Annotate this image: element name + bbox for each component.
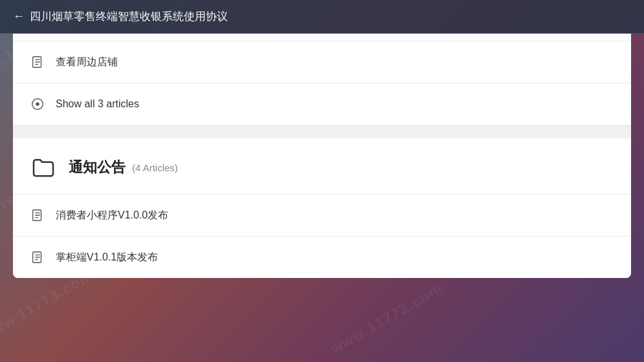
show-all-articles-item[interactable]: Show all 3 articles (13, 83, 631, 125)
section-title-notices: 通知公告 (69, 158, 126, 177)
back-icon[interactable]: ← (13, 10, 25, 23)
header: ← 四川烟草零售终端智慧收银系统使用协议 (0, 0, 644, 34)
document-icon-article-1 (28, 206, 47, 224)
article-2-label: 掌柜端V1.0.1版本发布 (56, 251, 158, 264)
main-content: 查看周边店铺 Show all 3 articles 通知公告 (4 Artic… (13, 34, 631, 278)
header-title: 四川烟草零售终端智慧收银系统使用协议 (30, 9, 228, 24)
nearby-stores-label: 查看周边店铺 (56, 56, 118, 69)
circle-arrow-icon (28, 95, 47, 113)
article-2-item[interactable]: 掌柜端V1.0.1版本发布 (13, 237, 631, 278)
nearby-stores-item[interactable]: 查看周边店铺 (13, 41, 631, 83)
svg-point-5 (36, 102, 39, 106)
section-divider (13, 125, 631, 138)
document-icon-nearby (28, 53, 47, 71)
article-1-item[interactable]: 消费者小程序V1.0.0发布 (13, 195, 631, 237)
document-icon-article-2 (28, 248, 47, 266)
section-header-notices: 通知公告 (4 Articles) (13, 138, 631, 195)
folder-icon (28, 153, 58, 182)
section-count-notices: (4 Articles) (132, 162, 178, 173)
show-all-label: Show all 3 articles (56, 98, 139, 110)
article-1-label: 消费者小程序V1.0.0发布 (56, 209, 168, 222)
